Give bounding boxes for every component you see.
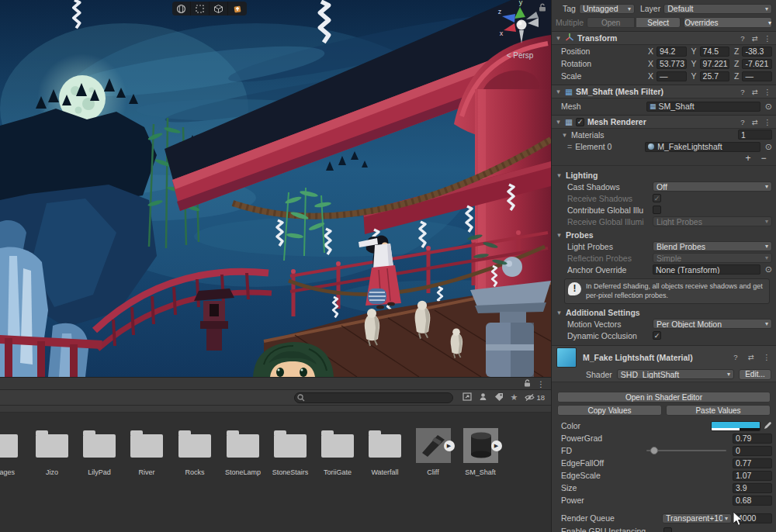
prefab-overrides-button[interactable]: Overrides▾ [684, 17, 772, 28]
rotation-y-field[interactable]: 97.221 [700, 59, 730, 69]
presets-icon[interactable]: ⇄ [747, 353, 756, 361]
render-queue-dropdown[interactable]: Transparent+100▾ [662, 513, 732, 523]
kebab-menu-icon[interactable]: ⋮ [537, 379, 546, 389]
shader-dropdown[interactable]: SHD_LightShaft▾ [617, 369, 734, 379]
presets-icon[interactable]: ⇄ [750, 34, 760, 43]
foldout-icon[interactable]: ▾ [555, 34, 562, 42]
mesh-object-field[interactable]: ▦ SM_Shaft [646, 102, 760, 112]
fd-slider[interactable] [646, 446, 726, 456]
lock-icon[interactable] [524, 379, 531, 389]
presets-icon[interactable]: ⇄ [750, 88, 760, 96]
favorites-star-icon[interactable]: ★ [511, 392, 518, 402]
folder-waterfall[interactable]: Waterfall [363, 413, 407, 458]
hidden-items-toggle[interactable]: 18 [525, 393, 545, 402]
position-z-field[interactable]: -38.3 [742, 47, 772, 57]
folder-toriigate[interactable]: ToriiGate [316, 413, 359, 458]
open-panel-icon[interactable] [462, 392, 472, 402]
play-icon[interactable]: ▶ [444, 440, 455, 451]
rect-tool-icon[interactable] [191, 2, 210, 16]
help-icon[interactable]: ? [738, 34, 747, 43]
gpu-instancing-checkbox[interactable] [663, 527, 672, 532]
scale-z-field[interactable]: — [742, 71, 772, 81]
probes-section[interactable]: ▾ Probes [552, 229, 776, 240]
materials-count-field[interactable]: 1 [738, 130, 772, 140]
receive-shadows-checkbox[interactable]: ✓ [653, 194, 661, 202]
asset-sm-shaft[interactable]: ▶ SM_Shaft [459, 413, 502, 463]
power-field[interactable]: 0.68 [733, 496, 772, 506]
fd-field[interactable]: 0 [733, 446, 772, 456]
kebab-menu-icon[interactable]: ⋮ [763, 34, 772, 43]
search-by-type-icon[interactable] [479, 392, 487, 402]
position-y-field[interactable]: 74.5 [700, 47, 730, 57]
edgescale-field[interactable]: 1.07 [733, 471, 772, 481]
object-picker-icon[interactable]: ⊙ [765, 102, 772, 112]
play-icon[interactable]: ▶ [491, 440, 502, 451]
rotation-z-field[interactable]: -7.621 [742, 59, 772, 69]
foldout-icon[interactable]: ▾ [556, 231, 563, 239]
presets-icon[interactable]: ⇄ [750, 118, 760, 126]
lock-icon[interactable] [539, 3, 546, 13]
rotation-x-field[interactable]: 53.773 [656, 59, 687, 69]
help-icon[interactable]: ? [731, 353, 740, 361]
mesh-renderer-header[interactable]: ▾ ▦ ✓ Mesh Renderer ? ⇄ ⋮ [552, 115, 776, 129]
size-field[interactable]: 3.9 [733, 483, 772, 493]
material-header[interactable]: M_Fake Lightshaft (Material) ? ⇄ ⋮ [552, 345, 776, 368]
prefab-select-button[interactable]: Select [636, 17, 681, 28]
kebab-menu-icon[interactable]: ⋮ [763, 118, 772, 126]
foldout-icon[interactable]: ▾ [555, 118, 562, 126]
gizmo-y-label[interactable]: y [519, 0, 523, 6]
motion-vectors-dropdown[interactable]: Per Object Motion▾ [653, 319, 772, 329]
eyedropper-icon[interactable] [764, 421, 772, 431]
help-icon[interactable]: ? [738, 88, 747, 96]
materials-row[interactable]: ▾ Materials 1 [552, 129, 776, 140]
tag-dropdown[interactable]: Untagged▾ [579, 4, 635, 14]
kebab-menu-icon[interactable]: ⋮ [763, 88, 772, 96]
help-icon[interactable]: ? [738, 118, 747, 126]
render-queue-field[interactable]: 4000 [735, 513, 772, 523]
folder-jizo[interactable]: Jizo [30, 413, 74, 458]
folder-foliages[interactable]: Foliages [0, 413, 23, 458]
hand-tool-icon[interactable] [228, 2, 247, 16]
kebab-menu-icon[interactable]: ⋮ [762, 353, 771, 361]
light-probes-dropdown[interactable]: Blend Probes▾ [653, 241, 772, 251]
paste-values-button[interactable]: Paste Values [666, 405, 771, 416]
add-material-button[interactable]: + [742, 153, 754, 163]
material-preview-thumbnail[interactable] [556, 347, 577, 368]
transform-header[interactable]: ▾ Transform ? ⇄ ⋮ [552, 31, 776, 45]
gizmo-persp-label[interactable]: < Persp [507, 51, 534, 60]
drag-handle-icon[interactable]: = [567, 142, 572, 151]
layer-dropdown[interactable]: Default▾ [663, 4, 772, 14]
scale-x-field[interactable]: — [656, 71, 687, 81]
remove-material-button[interactable]: − [757, 153, 770, 163]
element0-object-field[interactable]: M_FakeLightshaft [645, 142, 760, 152]
edgefalloff-field[interactable]: 0.77 [733, 458, 772, 468]
anchor-override-field[interactable]: None (Transform) [653, 264, 760, 275]
position-x-field[interactable]: 94.2 [656, 47, 687, 57]
reflection-probes-dropdown[interactable]: Simple▾ [653, 253, 772, 263]
cube-tool-icon[interactable] [210, 2, 228, 16]
folder-stonestairs[interactable]: StoneStairs [268, 413, 312, 458]
search-input[interactable] [294, 392, 453, 403]
cast-shadows-dropdown[interactable]: Off▾ [653, 181, 772, 192]
open-shader-editor-button[interactable]: Open in Shader Editor [557, 392, 771, 402]
foldout-icon[interactable]: ▾ [556, 171, 563, 179]
receive-gi-dropdown[interactable]: Light Probes▾ [653, 216, 772, 226]
powergrad-field[interactable]: 0.79 [733, 434, 772, 444]
asset-cliff[interactable]: ▶ Cliff [411, 413, 455, 463]
contribute-gi-checkbox[interactable] [653, 206, 661, 214]
foldout-icon[interactable]: ▾ [561, 131, 568, 139]
mesh-filter-header[interactable]: ▾ ▦ SM_Shaft (Mesh Filter) ? ⇄ ⋮ [552, 85, 776, 98]
sphere-tool-icon[interactable] [172, 2, 191, 16]
dynamic-occlusion-checkbox[interactable]: ✓ [653, 331, 661, 340]
additional-settings-section[interactable]: ▾ Additional Settings [552, 306, 776, 318]
component-enabled-checkbox[interactable]: ✓ [576, 118, 584, 126]
folder-river[interactable]: River [125, 413, 168, 458]
folder-rocks[interactable]: Rocks [173, 413, 217, 458]
search-by-label-icon[interactable] [494, 392, 504, 402]
scene-view[interactable]: y z x < Persp [0, 0, 551, 377]
prefab-open-button[interactable]: Open [587, 17, 635, 28]
copy-values-button[interactable]: Copy Values [557, 405, 662, 416]
project-content[interactable]: Foliages Jizo LilyPad River Rocks StoneL… [0, 413, 551, 531]
gizmo-x-label[interactable]: x [500, 29, 504, 37]
foldout-icon[interactable]: ▾ [556, 309, 563, 316]
